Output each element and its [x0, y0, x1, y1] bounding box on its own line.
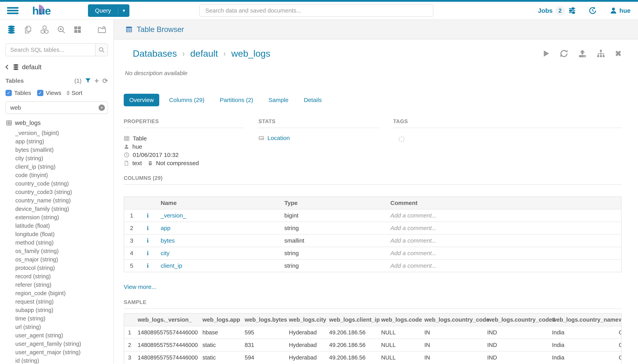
- sidebar-column-item[interactable]: country_name (string): [6, 196, 113, 205]
- column-name-link[interactable]: _version_: [161, 212, 186, 219]
- sidebar-column-item[interactable]: user_agent (string): [6, 331, 113, 340]
- sidebar-column-item[interactable]: method (string): [6, 238, 113, 247]
- info-icon[interactable]: i: [147, 224, 149, 232]
- column-name-link[interactable]: app: [161, 225, 170, 231]
- views-checkbox[interactable]: ✓: [37, 90, 43, 96]
- sidebar-column-item[interactable]: protocol (string): [6, 264, 113, 272]
- page-title: Table Browser: [137, 25, 184, 34]
- databases-icon[interactable]: [7, 25, 16, 34]
- tab-overview[interactable]: Overview: [124, 94, 159, 106]
- sidebar-column-item[interactable]: _version_ (bigint): [6, 129, 113, 137]
- tab-sample[interactable]: Sample: [263, 94, 294, 106]
- column-comment-placeholder[interactable]: Add a comment...: [388, 234, 621, 247]
- tab-partitions-2[interactable]: Partitions (2): [214, 94, 259, 106]
- breadcrumb-database[interactable]: default: [190, 48, 218, 59]
- sidebar-column-item[interactable]: region_code (bigint): [6, 289, 113, 298]
- zoom-in-icon[interactable]: [57, 25, 66, 34]
- sidebar-column-item[interactable]: user_agent_major (string): [6, 348, 113, 356]
- sidebar-column-item[interactable]: record (string): [6, 272, 113, 281]
- hamburger-menu-icon[interactable]: [7, 6, 19, 15]
- filter-funnel-icon[interactable]: [85, 78, 91, 84]
- tables-count: (1): [74, 78, 82, 84]
- column-name-link[interactable]: bytes: [161, 237, 175, 244]
- tables-checkbox[interactable]: ✓: [6, 90, 12, 96]
- sidebar-column-item[interactable]: longitude (float): [6, 230, 113, 238]
- info-icon[interactable]: i: [147, 250, 149, 256]
- tables-checkbox-label[interactable]: Tables: [14, 90, 31, 96]
- tab-details[interactable]: Details: [298, 94, 327, 106]
- add-table-icon[interactable]: +: [94, 78, 99, 84]
- sample-column-header: web_logs.bytes: [242, 314, 286, 326]
- info-icon[interactable]: i: [147, 237, 149, 244]
- sample-cell: 1480895575574446000: [135, 326, 200, 339]
- sample-table-row: 31480895575574446000static594Hyderabad49…: [124, 351, 621, 364]
- folder-documents-icon[interactable]: [97, 25, 106, 34]
- breadcrumb-databases[interactable]: Databases: [133, 48, 177, 59]
- sidebar-column-item[interactable]: city (string): [6, 154, 113, 162]
- views-checkbox-label[interactable]: Views: [46, 90, 61, 96]
- breadcrumb-table[interactable]: web_logs: [231, 48, 270, 59]
- apps-grid-icon[interactable]: [73, 26, 82, 34]
- sample-column-header: web_logs.city: [286, 314, 326, 326]
- sort-toggle[interactable]: Sort: [66, 90, 82, 96]
- documents-icon[interactable]: [24, 25, 32, 34]
- global-search-input[interactable]: [199, 4, 433, 17]
- tab-columns-29[interactable]: Columns (29): [164, 94, 210, 106]
- cubes-icon[interactable]: [40, 25, 49, 34]
- table-description: No description available: [125, 70, 621, 76]
- history-icon[interactable]: [588, 6, 597, 15]
- refresh-tables-icon[interactable]: ⟳: [103, 78, 108, 84]
- jobs-count-badge[interactable]: 2: [555, 6, 565, 16]
- sidebar-column-item[interactable]: country_code3 (string): [6, 188, 113, 196]
- clear-filter-icon[interactable]: ✕: [99, 104, 105, 111]
- sidebar-column-item[interactable]: bytes (smallint): [6, 146, 113, 154]
- sidebar-column-item[interactable]: device_family (string): [6, 205, 113, 213]
- sidebar-column-item[interactable]: user_agent_family (string): [6, 340, 113, 348]
- sample-table-header: web_logs._version_web_logs.appweb_logs.b…: [124, 314, 621, 326]
- sidebar-column-item[interactable]: os_major (string): [6, 255, 113, 264]
- sidebar-column-item[interactable]: request (string): [6, 298, 113, 306]
- close-icon[interactable]: ✖: [615, 49, 621, 58]
- table-filter-input[interactable]: [6, 102, 108, 114]
- sidebar-column-item[interactable]: subapp (string): [6, 306, 113, 314]
- column-comment-placeholder[interactable]: Add a comment...: [388, 260, 621, 272]
- sidebar-column-item[interactable]: id (string): [6, 356, 113, 364]
- sample-cell: NULL: [378, 339, 421, 351]
- jobs-link[interactable]: Jobs: [538, 7, 553, 14]
- column-name-link[interactable]: city: [161, 250, 169, 256]
- column-row-number: 4: [124, 247, 143, 260]
- database-breadcrumb[interactable]: default: [4, 63, 113, 71]
- sidebar-column-item[interactable]: client_ip (string): [6, 162, 113, 171]
- column-comment-placeholder[interactable]: Add a comment...: [388, 209, 621, 222]
- sidebar-column-item[interactable]: url (string): [6, 323, 113, 331]
- sidebar-column-item[interactable]: code (tinyint): [6, 171, 113, 180]
- query-button[interactable]: Query ▾: [88, 4, 130, 17]
- column-comment-placeholder[interactable]: Add a comment...: [388, 222, 621, 234]
- column-name-link[interactable]: client_ip: [161, 262, 182, 269]
- user-menu[interactable]: hue: [609, 7, 630, 14]
- query-dropdown-caret[interactable]: ▾: [118, 7, 129, 14]
- sample-cell: 831: [242, 339, 286, 351]
- sql-table-search-button[interactable]: [95, 44, 108, 56]
- sidebar-column-item[interactable]: latitude (float): [6, 222, 113, 230]
- sidebar-column-item[interactable]: referer (string): [6, 281, 113, 289]
- query-table-icon[interactable]: [542, 49, 550, 58]
- location-link[interactable]: Location: [268, 135, 290, 142]
- refresh-icon[interactable]: [559, 49, 568, 58]
- info-icon[interactable]: i: [147, 262, 149, 269]
- sidebar-column-item[interactable]: extension (string): [6, 213, 113, 222]
- sidebar-column-item[interactable]: country_code (string): [6, 180, 113, 188]
- sliders-icon[interactable]: [568, 6, 576, 15]
- column-comment-placeholder[interactable]: Add a comment...: [388, 247, 621, 260]
- sql-table-search-input[interactable]: [6, 44, 95, 56]
- sidebar-column-item[interactable]: time (string): [6, 314, 113, 323]
- sidebar-column-item[interactable]: app (string): [6, 137, 113, 146]
- import-icon[interactable]: [578, 49, 587, 58]
- lineage-icon[interactable]: [596, 49, 605, 58]
- info-icon[interactable]: i: [147, 212, 149, 219]
- hue-logo[interactable]: hue: [32, 4, 51, 17]
- sidebar-column-item[interactable]: os_family (string): [6, 247, 113, 255]
- table-tree-item[interactable]: web_logs: [6, 120, 113, 126]
- view-more-link[interactable]: View more...: [124, 284, 621, 290]
- app-header: Table Browser: [114, 20, 638, 40]
